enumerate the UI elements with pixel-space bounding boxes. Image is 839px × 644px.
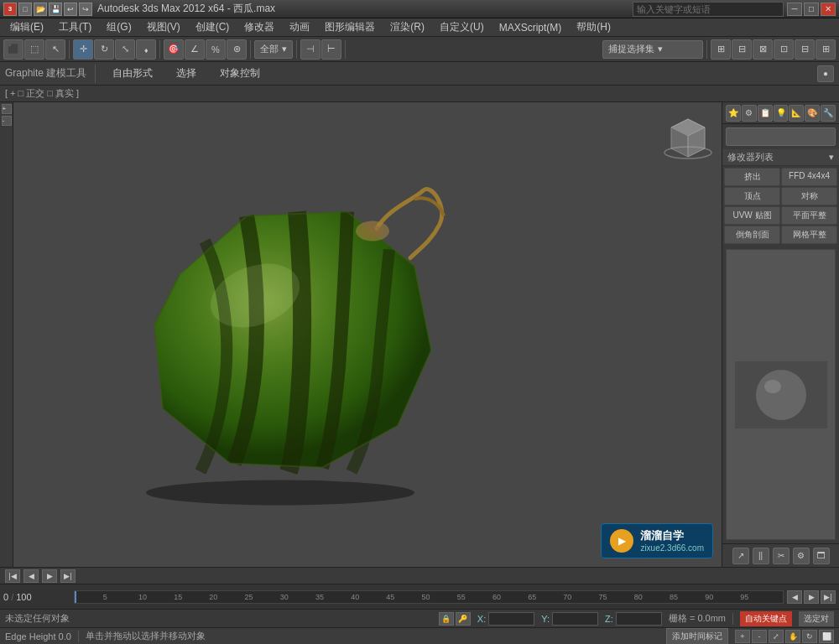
rpb-btn-1[interactable]: ↗	[732, 548, 749, 564]
zoom-out-btn[interactable]: -	[752, 630, 767, 643]
align-btn[interactable]: ⊢	[321, 39, 341, 60]
layers-btn[interactable]: ⊟	[732, 39, 752, 60]
prev-frame-btn[interactable]: |◀	[5, 569, 20, 583]
menu-render[interactable]: 渲染(R)	[383, 18, 431, 36]
set-key-btn[interactable]: 选定对	[799, 611, 834, 626]
app-icon-save[interactable]: 💾	[49, 3, 62, 16]
rp-btn-3[interactable]: 📋	[758, 105, 773, 122]
scale2-btn[interactable]: ⬧	[136, 39, 156, 60]
app-icon-new[interactable]: □	[18, 3, 32, 16]
snapangle-btn[interactable]: ∠	[185, 39, 205, 60]
rp-btn-4[interactable]: 💡	[774, 105, 789, 122]
right-search-box[interactable]	[726, 127, 836, 146]
menu-tools[interactable]: 工具(T)	[52, 18, 98, 36]
max-viewport-btn[interactable]: ⬜	[819, 630, 834, 643]
graphite-tab-object[interactable]: 对象控制	[211, 65, 268, 82]
scale-btn[interactable]: ⤡	[115, 39, 135, 60]
viewport[interactable]: ▶ 溜溜自学 zixue2.3d66.com	[13, 102, 722, 567]
rp-btn-7[interactable]: 🔧	[821, 105, 836, 122]
app-icon-undo[interactable]: ↩	[64, 3, 77, 16]
extras-btn[interactable]: ⊞	[816, 39, 836, 60]
menu-maxscript[interactable]: MAXScript(M)	[492, 20, 569, 35]
pan-btn[interactable]: ✋	[785, 630, 800, 643]
timeline-bar[interactable]: 5 10 15 20 25 30 35 40 45 50 55 60 65 70…	[74, 590, 784, 604]
menu-create[interactable]: 创建(C)	[189, 18, 237, 36]
modifier-list-arrow-icon[interactable]: ▾	[829, 152, 834, 163]
modifier-btn-ffd[interactable]: FFD 4x4x4	[781, 168, 837, 186]
modifier-btn-vertex[interactable]: 顶点	[724, 187, 780, 205]
autokey-btn[interactable]: 自动关键点	[740, 611, 792, 626]
rp-btn-6[interactable]: 🎨	[805, 105, 820, 122]
select-btn[interactable]: ⬚	[24, 39, 44, 60]
prev-btn[interactable]: ◀	[23, 569, 39, 583]
render-btn[interactable]: ⊠	[753, 39, 773, 60]
play-btn[interactable]: ▶	[42, 569, 57, 583]
modifier-btn-planar[interactable]: 平面平整	[781, 206, 837, 225]
nav-cube[interactable]	[663, 111, 713, 161]
rp-btn-5[interactable]: 📐	[789, 105, 804, 122]
rpb-btn-5[interactable]: 🗖	[813, 548, 830, 564]
timeline: 0 / 100 5 10 15 20 25 30 35 40 45 50 55 …	[0, 584, 839, 609]
select-set-dropdown[interactable]: 全部 ▾	[254, 40, 293, 59]
snap-set-dropdown[interactable]: 捕捉选择集 ▾	[602, 40, 703, 59]
timeline-play-btn[interactable]: ▶	[804, 590, 819, 604]
left-btn-1[interactable]: +	[2, 104, 12, 114]
left-btn-2[interactable]: -	[2, 116, 12, 126]
snapspinner-btn[interactable]: ⊛	[227, 39, 247, 60]
rp-btn-2[interactable]: ⚙	[742, 105, 757, 122]
orbit-btn[interactable]: ↻	[802, 630, 817, 643]
lock-btn[interactable]: 🔒	[439, 612, 454, 626]
timeline-prev-btn[interactable]: ◀	[787, 590, 802, 604]
snap3d-btn[interactable]: 🎯	[164, 39, 184, 60]
title-search-input[interactable]	[637, 4, 779, 14]
snappercent-btn[interactable]: %	[206, 39, 226, 60]
rotate-btn[interactable]: ↻	[94, 39, 114, 60]
modifier-btn-bevel[interactable]: 倒角剖面	[724, 226, 780, 244]
menu-modifier[interactable]: 修改器	[237, 18, 281, 36]
explorer-btn[interactable]: ⊟	[795, 39, 815, 60]
close-button[interactable]: ✕	[821, 3, 836, 16]
z-val[interactable]	[616, 612, 662, 626]
select-object-btn[interactable]: ↖	[45, 39, 65, 60]
sep2	[159, 40, 160, 59]
rpb-btn-3[interactable]: ✂	[773, 548, 789, 564]
menu-view[interactable]: 视图(V)	[140, 18, 187, 36]
app-icon-3dsmax[interactable]: 3	[3, 3, 17, 16]
app-icon-redo[interactable]: ↪	[79, 3, 92, 16]
modifier-btn-meshsmooth[interactable]: 网格平整	[781, 226, 837, 244]
y-val[interactable]	[552, 612, 598, 626]
zoom-in-btn[interactable]: +	[735, 630, 750, 643]
menu-help[interactable]: 帮助(H)	[570, 18, 618, 36]
key-btn[interactable]: 🔑	[456, 612, 471, 626]
move-btn[interactable]: ✛	[73, 39, 93, 60]
app-icon-open[interactable]: 📂	[34, 3, 47, 16]
modifier-btn-extrude[interactable]: 挤出	[724, 168, 780, 186]
x-val[interactable]	[488, 612, 534, 626]
rpb-btn-2[interactable]: ||	[753, 548, 769, 564]
add-dynamics-btn[interactable]: 添加时间标记	[666, 628, 728, 645]
timeline-next-btn[interactable]: ▶|	[821, 590, 836, 604]
modifier-btn-uvw[interactable]: UVW 贴图	[724, 206, 780, 225]
mirror-btn[interactable]: ⊣	[300, 39, 320, 60]
matlib-btn[interactable]: ⊡	[774, 39, 794, 60]
graphite-tab-freeform[interactable]: 自由形式	[104, 65, 161, 82]
right-search-input[interactable]	[727, 128, 835, 145]
search-box[interactable]	[633, 2, 784, 17]
maximize-button[interactable]: □	[804, 3, 819, 16]
rpb-btn-4[interactable]: ⚙	[793, 548, 810, 564]
zoom-extents-btn[interactable]: ⤢	[769, 630, 784, 643]
named-sel-btn[interactable]: ⊞	[711, 39, 731, 60]
minimize-button[interactable]: ─	[787, 3, 802, 16]
menu-edit[interactable]: 编辑(E)	[3, 18, 50, 36]
menu-group[interactable]: 组(G)	[100, 18, 138, 36]
watermelon-bloom-inner	[362, 226, 383, 237]
menu-animation[interactable]: 动画	[283, 18, 316, 36]
select-region-btn[interactable]: ⬛	[3, 39, 23, 60]
graphite-tab-select[interactable]: 选择	[168, 65, 205, 82]
graphite-indicator[interactable]: ●	[817, 65, 834, 82]
modifier-btn-symmetry[interactable]: 对称	[781, 187, 837, 205]
menu-customize[interactable]: 自定义(U)	[433, 18, 491, 36]
rp-btn-1[interactable]: ⭐	[726, 105, 741, 122]
menu-graph-editor[interactable]: 图形编辑器	[318, 18, 382, 36]
next-btn[interactable]: ▶|	[60, 569, 76, 583]
